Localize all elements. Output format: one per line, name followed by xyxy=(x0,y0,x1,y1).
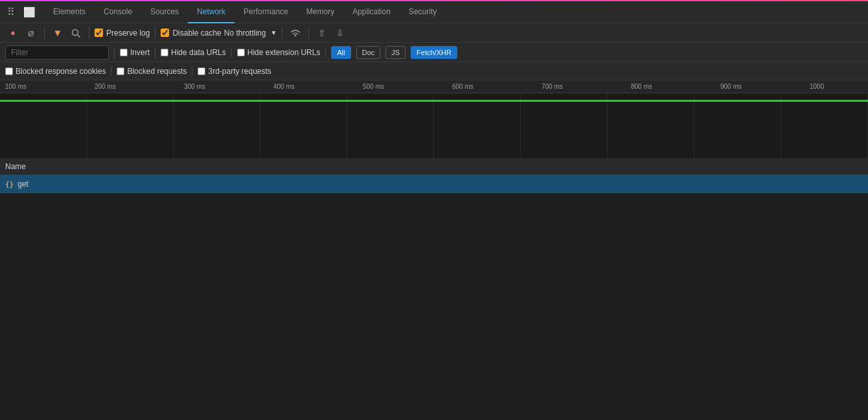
filter-divider-2 xyxy=(155,47,155,58)
tab-elements[interactable]: Elements xyxy=(44,1,95,23)
tab-application[interactable]: Application xyxy=(343,1,400,23)
hide-data-urls-checkbox[interactable] xyxy=(161,49,168,56)
table-body: {} get Open in Sources panel Open in new… xyxy=(0,175,868,193)
table-row[interactable]: {} get xyxy=(0,175,868,193)
filter-row2-divider-2 xyxy=(192,66,192,76)
tick-10: 1000 xyxy=(810,83,868,90)
toolbar-divider-3 xyxy=(155,27,155,39)
blocked-response-cookies-label[interactable]: Blocked response cookies xyxy=(5,67,106,76)
throttle-select[interactable]: No throttling ▼ xyxy=(224,29,277,38)
tab-performance[interactable]: Performance xyxy=(234,1,297,23)
invert-label[interactable]: Invert xyxy=(120,48,150,57)
tick-9: 900 ms xyxy=(720,83,810,90)
grid-col-9 xyxy=(694,93,781,158)
disable-cache-checkbox[interactable] xyxy=(161,29,169,37)
filter-divider-3 xyxy=(231,47,232,58)
grid-col-5 xyxy=(347,93,434,158)
grid-col-10 xyxy=(781,93,868,158)
devtools-cursor-icon[interactable]: ⠿ xyxy=(4,5,18,19)
tick-2: 200 ms xyxy=(95,83,184,90)
preserve-log-label[interactable]: Preserve log xyxy=(95,29,150,38)
record-button[interactable]: ● xyxy=(5,25,21,41)
timeline-body xyxy=(0,93,868,158)
table-header-name: Name xyxy=(5,162,26,171)
row-json-icon: {} xyxy=(5,180,14,189)
blocked-response-cookies-checkbox[interactable] xyxy=(5,67,13,75)
filter-type-fetch-xhr[interactable]: Fetch/XHR xyxy=(411,46,457,59)
tick-1: 100 ms xyxy=(5,83,95,90)
tab-memory[interactable]: Memory xyxy=(297,1,343,23)
preserve-log-checkbox[interactable] xyxy=(95,29,103,37)
devtools-device-icon[interactable]: ⬜ xyxy=(22,5,36,19)
tab-security[interactable]: Security xyxy=(400,1,446,23)
grid-col-3 xyxy=(174,93,260,158)
filter-row2: Blocked response cookies Blocked request… xyxy=(0,62,868,80)
tick-4: 400 ms xyxy=(273,83,363,90)
blocked-requests-label[interactable]: Blocked requests xyxy=(117,67,187,76)
filter-button[interactable]: ▼ xyxy=(50,25,65,41)
tick-6: 600 ms xyxy=(452,83,542,90)
grid-col-6 xyxy=(434,93,521,158)
third-party-requests-checkbox[interactable] xyxy=(198,67,205,75)
preserve-log-text: Preserve log xyxy=(106,29,150,38)
grid-col-1 xyxy=(0,93,87,158)
wifi-settings-button[interactable] xyxy=(288,25,303,41)
tick-5: 500 ms xyxy=(363,83,452,90)
grid-col-2 xyxy=(87,93,174,158)
tick-3: 300 ms xyxy=(184,83,273,90)
tab-sources[interactable]: Sources xyxy=(141,1,188,23)
throttle-chevron-icon: ▼ xyxy=(270,29,277,36)
tab-console[interactable]: Console xyxy=(95,1,141,23)
row-name: get xyxy=(17,180,29,189)
grid-col-8 xyxy=(608,93,694,158)
clear-button[interactable]: ⌀ xyxy=(23,25,39,41)
hide-extension-urls-label[interactable]: Hide extension URLs xyxy=(237,48,321,57)
blocked-response-cookies-text: Blocked response cookies xyxy=(16,67,106,76)
devtools-icons: ⠿ ⬜ xyxy=(4,5,36,19)
disable-cache-text: Disable cache xyxy=(172,29,221,38)
hide-extension-urls-checkbox[interactable] xyxy=(237,49,245,56)
download-button[interactable]: ⇩ xyxy=(332,25,348,41)
filter-type-doc[interactable]: Doc xyxy=(356,46,381,59)
filter-divider-1 xyxy=(114,47,115,58)
third-party-requests-label[interactable]: 3rd-party requests xyxy=(198,67,271,76)
upload-button[interactable]: ⇧ xyxy=(314,25,330,41)
filter-row2-divider-1 xyxy=(111,66,111,76)
grid-col-4 xyxy=(260,93,347,158)
hide-data-urls-label[interactable]: Hide data URLs xyxy=(161,48,226,57)
filter-divider-4 xyxy=(325,47,326,58)
disable-cache-label[interactable]: Disable cache xyxy=(161,29,221,38)
timeline-header: 100 ms 200 ms 300 ms 400 ms 500 ms 600 m… xyxy=(0,80,868,93)
filter-row: Invert Hide data URLs Hide extension URL… xyxy=(0,43,868,62)
table-header: Name xyxy=(0,158,868,175)
invert-text: Invert xyxy=(130,48,150,57)
blocked-requests-text: Blocked requests xyxy=(127,67,187,76)
filter-type-js[interactable]: JS xyxy=(385,46,405,59)
tick-7: 700 ms xyxy=(542,83,631,90)
third-party-requests-text: 3rd-party requests xyxy=(208,67,271,76)
throttle-label: No throttling xyxy=(224,29,266,38)
invert-checkbox[interactable] xyxy=(120,49,128,56)
filter-type-all[interactable]: All xyxy=(331,46,350,59)
timeline-grid xyxy=(0,93,868,158)
grid-col-7 xyxy=(521,93,608,158)
toolbar-divider-2 xyxy=(89,27,89,39)
toolbar-divider-5 xyxy=(308,27,309,39)
search-button[interactable] xyxy=(68,25,84,41)
blocked-requests-checkbox[interactable] xyxy=(117,67,124,75)
tick-8: 800 ms xyxy=(631,83,720,90)
timeline-green-line xyxy=(0,100,868,102)
svg-line-1 xyxy=(78,34,80,37)
toolbar-divider-4 xyxy=(282,27,282,39)
tab-network[interactable]: Network xyxy=(188,1,234,23)
tab-bar: ⠿ ⬜ Elements Console Sources Network Per… xyxy=(0,1,868,23)
filter-input[interactable] xyxy=(5,45,109,60)
toolbar: ● ⌀ ▼ Preserve log Disable cache No thro… xyxy=(0,23,868,43)
hide-data-urls-text: Hide data URLs xyxy=(171,48,226,57)
hide-extension-urls-text: Hide extension URLs xyxy=(247,48,321,57)
toolbar-divider-1 xyxy=(44,27,45,39)
